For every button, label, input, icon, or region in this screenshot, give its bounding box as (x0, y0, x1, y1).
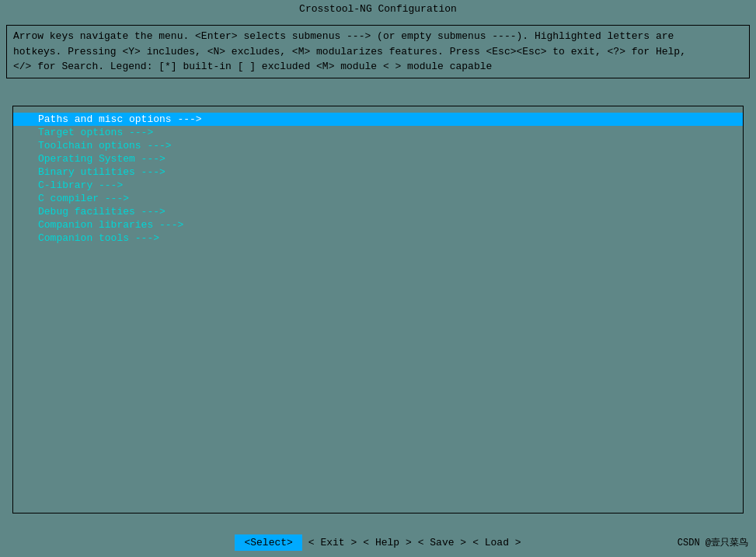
menu-item-os[interactable]: Operating System ---> (13, 152, 743, 165)
menu-label-clibrary: C-library ---> (38, 179, 123, 191)
menu-container: Paths and misc options ---> Target optio… (12, 106, 744, 513)
menu-item-clibrary[interactable]: C-library ---> (13, 179, 743, 192)
menu-label-toolchain: Toolchain options ---> (38, 140, 172, 151)
menu-item-target[interactable]: Target options ---> (13, 126, 743, 139)
menu-inner: Paths and misc options ---> Target optio… (13, 106, 743, 251)
bottom-bar: <Select>< Exit >< Help >< Save >< Load >… (0, 527, 756, 557)
title-bar: Crosstool-NG Configuration (0, 0, 756, 18)
menu-label-os: Operating System ---> (38, 153, 165, 165)
menu-label-ccompiler: C compiler ---> (38, 193, 129, 204)
title-text: Crosstool-NG Configuration (299, 3, 457, 15)
info-line-1: Arrow keys navigate the menu. <Enter> se… (13, 29, 743, 44)
menu-item-complibs[interactable]: Companion libraries ---> (13, 218, 743, 232)
btn-label-exit[interactable]: < Exit > (308, 537, 357, 548)
btn-label-help[interactable]: < Help > (363, 537, 411, 548)
menu-item-ccompiler[interactable]: C compiler ---> (13, 192, 743, 205)
info-box: Arrow keys navigate the menu. <Enter> se… (6, 25, 750, 78)
menu-item-debug[interactable]: Debug facilities ---> (13, 205, 743, 218)
menu-item-paths[interactable]: Paths and misc options ---> (13, 113, 743, 126)
menu-label-binary: Binary utilities ---> (38, 166, 165, 178)
menu-label-target: Target options ---> (38, 127, 153, 138)
watermark: CSDN @壹只菜鸟 (678, 536, 748, 549)
btn-label-load[interactable]: < Load > (472, 537, 521, 548)
btn-select[interactable]: <Select> (235, 534, 301, 551)
menu-label-debug: Debug facilities ---> (38, 206, 165, 218)
terminal-area: Arrow keys navigate the menu. <Enter> se… (0, 22, 756, 526)
info-line-2: hotkeys. Pressing <Y> includes, <N> excl… (13, 44, 743, 60)
menu-label-paths: Paths and misc options ---> (38, 113, 202, 125)
menu-label-complibs: Companion libraries ---> (38, 219, 183, 231)
menu-item-binary[interactable]: Binary utilities ---> (13, 165, 743, 179)
btn-label-save[interactable]: < Save > (418, 537, 466, 548)
menu-item-toolchain[interactable]: Toolchain options ---> (13, 139, 743, 152)
info-line-3: </> for Search. Legend: [*] built-in [ ]… (13, 59, 743, 75)
menu-label-comptools: Companion tools ---> (38, 232, 159, 244)
menu-item-comptools[interactable]: Companion tools ---> (13, 232, 743, 245)
